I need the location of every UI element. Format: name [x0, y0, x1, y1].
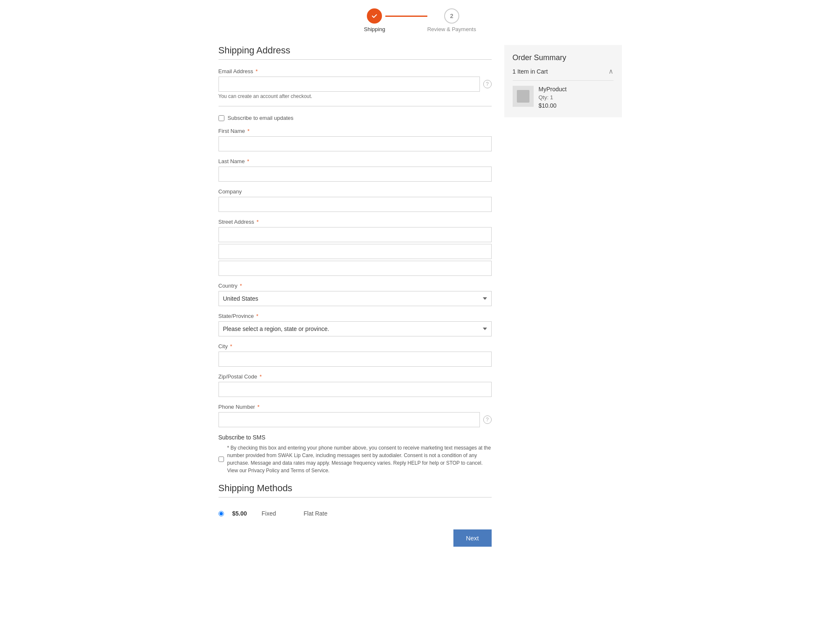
shipping-method-name: Fixed: [262, 510, 295, 517]
cart-item-name: MyProduct: [539, 86, 614, 93]
progress-steps: Shipping 2 Review & Payments: [219, 8, 622, 32]
step-2: 2 Review & Payments: [427, 8, 476, 32]
country-required-marker: *: [240, 283, 242, 289]
first-name-input[interactable]: [219, 136, 492, 151]
step-2-circle: 2: [444, 8, 459, 24]
sms-title: Subscribe to SMS: [219, 434, 492, 441]
phone-label: Phone Number *: [219, 404, 492, 410]
shipping-method-type: Flat Rate: [304, 510, 328, 517]
cart-item-image-inner: [517, 90, 529, 103]
company-field-group: Company: [219, 188, 492, 212]
sidebar-section: Order Summary 1 Item in Cart ∧ MyProduct…: [504, 45, 622, 117]
company-input[interactable]: [219, 197, 492, 212]
country-field-group: Country * United States Canada United Ki…: [219, 283, 492, 306]
email-label: Email Address *: [219, 68, 492, 74]
street-input-2[interactable]: [219, 244, 492, 259]
cart-toggle-icon[interactable]: ∧: [608, 67, 614, 75]
phone-help-icon[interactable]: ?: [483, 415, 492, 424]
step-2-label: Review & Payments: [427, 26, 476, 32]
state-select[interactable]: Please select a region, state or provinc…: [219, 321, 492, 336]
street-field-group: Street Address *: [219, 219, 492, 276]
country-label: Country *: [219, 283, 492, 289]
main-layout: Shipping Address Email Address * ? You c…: [219, 45, 622, 547]
state-label: State/Province *: [219, 313, 492, 319]
cart-header: 1 Item in Cart ∧: [513, 67, 614, 81]
zip-required-marker: *: [260, 373, 262, 380]
company-label: Company: [219, 188, 492, 195]
city-required-marker: *: [230, 343, 232, 349]
order-summary-title: Order Summary: [513, 53, 614, 62]
subscribe-email-row: Subscribe to email updates: [219, 115, 492, 121]
cart-item-details: MyProduct Qty: 1 $10.00: [539, 86, 614, 109]
last-name-required-marker: *: [247, 158, 249, 164]
button-row: Next: [219, 529, 492, 547]
sms-section: Subscribe to SMS * By checking this box …: [219, 434, 492, 474]
zip-field-group: Zip/Postal Code *: [219, 373, 492, 397]
street-input-1[interactable]: [219, 227, 492, 242]
first-name-label: First Name *: [219, 128, 492, 134]
shipping-method-row: $5.00 Fixed Flat Rate: [219, 506, 492, 521]
step-1: Shipping: [364, 8, 385, 32]
shipping-method-radio[interactable]: [219, 511, 224, 516]
divider-2: [219, 106, 492, 106]
phone-field-group: Phone Number * ?: [219, 404, 492, 427]
sms-text: * By checking this box and entering your…: [227, 444, 492, 474]
email-hint: You can create an account after checkout…: [219, 93, 492, 99]
cart-item-price: $10.00: [539, 102, 614, 109]
street-fields-wrapper: [219, 227, 492, 276]
order-summary: Order Summary 1 Item in Cart ∧ MyProduct…: [504, 45, 622, 117]
street-label: Street Address *: [219, 219, 492, 225]
last-name-label: Last Name *: [219, 158, 492, 164]
sms-checkbox[interactable]: [219, 456, 224, 462]
city-input[interactable]: [219, 352, 492, 367]
phone-input[interactable]: [219, 412, 480, 427]
last-name-field-group: Last Name *: [219, 158, 492, 182]
state-field-group: State/Province * Please select a region,…: [219, 313, 492, 336]
shipping-methods-divider: [219, 497, 492, 497]
step-1-circle: [367, 8, 382, 24]
zip-input[interactable]: [219, 382, 492, 397]
step-1-label: Shipping: [364, 26, 385, 32]
last-name-input[interactable]: [219, 167, 492, 182]
street-required-marker: *: [256, 219, 258, 225]
shipping-methods-title: Shipping Methods: [219, 483, 492, 494]
form-section: Shipping Address Email Address * ? You c…: [219, 45, 492, 547]
email-input-wrapper: ?: [219, 77, 492, 92]
email-field-group: Email Address * ? You can create an acco…: [219, 68, 492, 99]
email-help-icon[interactable]: ?: [483, 80, 492, 88]
city-label: City *: [219, 343, 492, 349]
cart-item: MyProduct Qty: 1 $10.00: [513, 86, 614, 109]
state-required-marker: *: [256, 313, 258, 319]
email-input[interactable]: [219, 77, 480, 92]
svg-point-0: [371, 12, 378, 20]
zip-label: Zip/Postal Code *: [219, 373, 492, 380]
email-required-marker: *: [255, 68, 258, 74]
city-field-group: City *: [219, 343, 492, 367]
first-name-required-marker: *: [248, 128, 250, 134]
first-name-field-group: First Name *: [219, 128, 492, 151]
cart-count: 1 Item in Cart: [513, 68, 548, 75]
sms-checkbox-row: * By checking this box and entering your…: [219, 444, 492, 474]
next-button[interactable]: Next: [453, 529, 492, 547]
shipping-method-price: $5.00: [232, 510, 253, 517]
cart-item-qty: Qty: 1: [539, 94, 614, 101]
step-line-1: [385, 16, 427, 17]
cart-item-image: [513, 86, 534, 107]
phone-required-marker: *: [258, 404, 260, 410]
country-select[interactable]: United States Canada United Kingdom: [219, 291, 492, 306]
subscribe-email-checkbox[interactable]: [219, 115, 224, 121]
street-input-3[interactable]: [219, 261, 492, 276]
phone-input-wrapper: ?: [219, 412, 492, 427]
subscribe-email-label: Subscribe to email updates: [228, 115, 294, 121]
section-divider: [219, 59, 492, 60]
section-title: Shipping Address: [219, 45, 492, 56]
